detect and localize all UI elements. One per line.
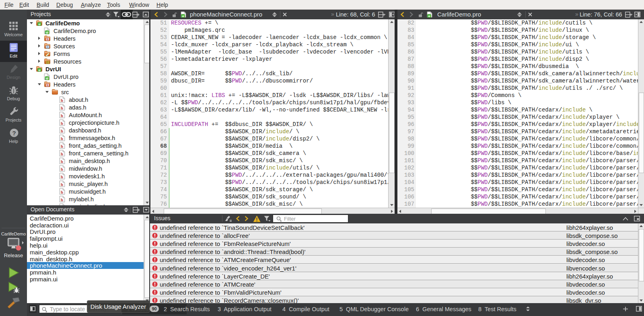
svg-text:h: h xyxy=(61,167,63,171)
svg-text:h: h xyxy=(61,98,63,103)
svg-text:h: h xyxy=(61,129,63,133)
svg-text:h: h xyxy=(61,175,63,179)
svg-text:h: h xyxy=(61,190,63,194)
svg-text:h: h xyxy=(61,106,63,110)
svg-text:h: h xyxy=(61,152,63,156)
svg-text:h: h xyxy=(61,159,63,164)
svg-text:C: C xyxy=(47,45,49,48)
svg-text:h: h xyxy=(61,114,63,118)
svg-text:?: ? xyxy=(12,130,16,136)
svg-text:h: h xyxy=(61,121,63,126)
svg-text:h: h xyxy=(61,144,63,149)
svg-text:h: h xyxy=(61,182,63,187)
svg-text:h: h xyxy=(61,136,63,141)
svg-text:h: h xyxy=(61,198,63,202)
